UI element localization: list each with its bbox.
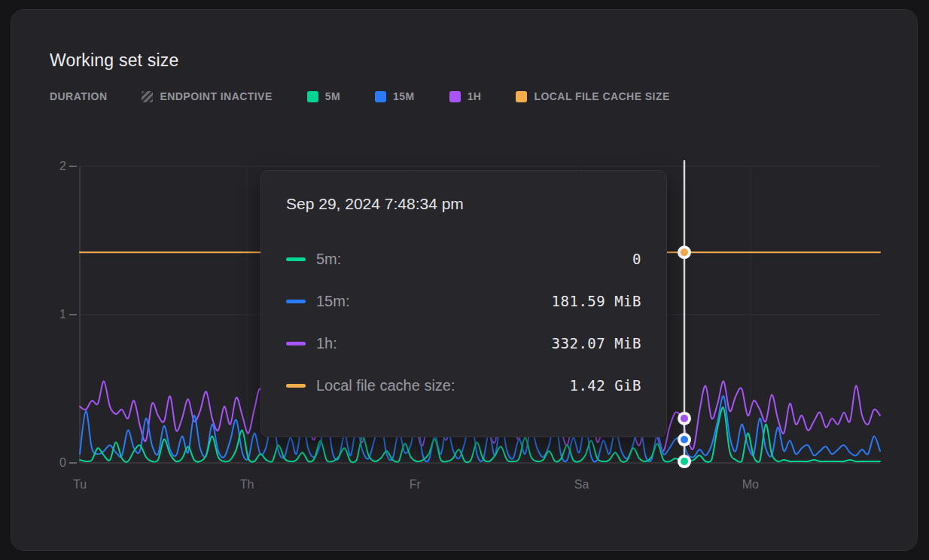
tooltip-timestamp: Sep 29, 2024 7:48:34 pm bbox=[286, 193, 641, 215]
legend-duration-label: DURATION bbox=[50, 90, 107, 102]
x-axis-tick-label: Tu bbox=[73, 478, 87, 492]
5m-dash-icon bbox=[286, 257, 306, 261]
legend-item-5m[interactable]: 5M bbox=[307, 90, 340, 102]
tooltip-row-1h: 1h: 332.07 MiB bbox=[286, 333, 641, 353]
15m-dash-icon bbox=[286, 300, 306, 303]
legend-item-label: LOCAL FILE CACHE SIZE bbox=[534, 90, 669, 102]
tooltip-value: 1.42 GiB bbox=[569, 377, 641, 394]
legend-item-15m[interactable]: 15M bbox=[375, 90, 415, 102]
legend-item-label: 1H bbox=[468, 90, 482, 102]
legend-item-label: 15M bbox=[393, 90, 415, 102]
x-axis-tick-label: Sa bbox=[574, 478, 589, 492]
tooltip-row-5m: 5m: 0 bbox=[286, 249, 641, 269]
tooltip-value: 0 bbox=[632, 251, 641, 267]
y-axis-tick-label: 1 bbox=[44, 308, 66, 321]
legend-item-endpoint-inactive[interactable]: ENDPOINT INACTIVE bbox=[142, 90, 272, 102]
tooltip-row-local-file-cache: Local file cache size: 1.42 GiB bbox=[286, 376, 641, 395]
legend-item-local-file-cache-size[interactable]: LOCAL FILE CACHE SIZE bbox=[516, 90, 669, 102]
x-axis-tick-label: Fr bbox=[410, 478, 421, 492]
5m-swatch-icon bbox=[307, 91, 318, 102]
chart-tooltip: Sep 29, 2024 7:48:34 pm 5m: 0 15m: 181.5… bbox=[260, 170, 667, 437]
page-title: Working set size bbox=[50, 50, 917, 71]
15m-swatch-icon bbox=[375, 91, 386, 102]
working-set-chart[interactable]: 2 1 0 Tu Th Fr Sa Mo Sep 29, 2024 7:48:3… bbox=[80, 166, 880, 463]
legend-item-1h[interactable]: 1H bbox=[449, 90, 482, 102]
working-set-card: Working set size DURATION ENDPOINT INACT… bbox=[11, 9, 918, 551]
tooltip-row-15m: 15m: 181.59 MiB bbox=[286, 291, 641, 311]
local-file-cache-swatch-icon bbox=[516, 91, 527, 102]
x-axis-tick-label: Th bbox=[240, 478, 254, 492]
y-axis-tick-label: 2 bbox=[44, 160, 66, 173]
chart-legend: DURATION ENDPOINT INACTIVE 5M 15M 1H LOC… bbox=[50, 90, 917, 102]
tooltip-value: 181.59 MiB bbox=[552, 293, 641, 309]
legend-item-label: ENDPOINT INACTIVE bbox=[160, 90, 272, 102]
1h-dash-icon bbox=[286, 342, 306, 345]
tooltip-rows: 5m: 0 15m: 181.59 MiB 1h: 332.07 MiB Loc… bbox=[286, 249, 641, 395]
local-file-cache-dash-icon bbox=[286, 384, 306, 388]
legend-item-label: 5M bbox=[325, 90, 340, 102]
y-axis-tick-label: 0 bbox=[44, 456, 66, 470]
1h-swatch-icon bbox=[449, 91, 461, 102]
tooltip-value: 332.07 MiB bbox=[552, 335, 641, 352]
endpoint-inactive-hatched-icon bbox=[142, 91, 153, 102]
x-axis-tick-label: Mo bbox=[742, 478, 759, 492]
